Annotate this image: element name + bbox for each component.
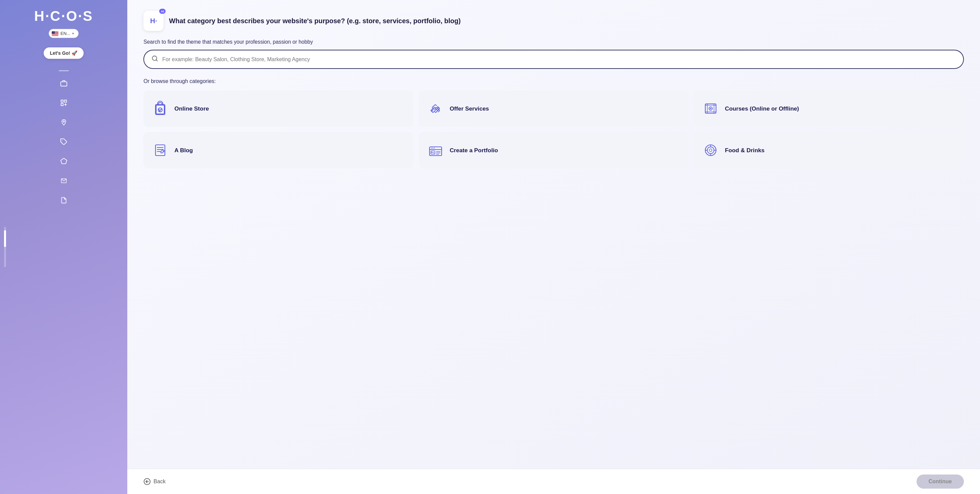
svg-point-15 bbox=[159, 109, 159, 110]
category-card-portfolio[interactable]: Create a Portfolio bbox=[419, 132, 689, 168]
ai-badge: AI bbox=[159, 9, 166, 14]
svg-rect-14 bbox=[156, 105, 164, 114]
back-button[interactable]: Back bbox=[143, 478, 165, 485]
app-logo: H·C·O·S bbox=[34, 8, 93, 24]
sidebar: H·C·O·S EN... ▾ Let's Go! 🚀 bbox=[0, 0, 127, 494]
flag-icon bbox=[52, 31, 59, 36]
back-arrow-icon bbox=[143, 478, 151, 485]
blog-label: A Blog bbox=[174, 147, 193, 154]
svg-line-11 bbox=[156, 60, 158, 61]
tag-icon[interactable] bbox=[58, 136, 70, 148]
food-icon bbox=[703, 142, 719, 158]
courses-icon bbox=[703, 100, 719, 116]
ai-question: What category best describes your websit… bbox=[169, 16, 460, 25]
briefcase-icon[interactable] bbox=[58, 77, 70, 89]
main-content: H· AI What category best describes your … bbox=[127, 0, 980, 494]
portfolio-label: Create a Portfolio bbox=[450, 147, 498, 154]
svg-point-34 bbox=[434, 148, 434, 148]
category-card-online-store[interactable]: Online Store bbox=[143, 91, 414, 127]
food-drinks-label: Food & Drinks bbox=[725, 147, 764, 154]
search-label: Search to find the theme that matches yo… bbox=[143, 39, 964, 45]
svg-rect-1 bbox=[61, 100, 63, 102]
diamond-icon[interactable] bbox=[58, 155, 70, 167]
svg-rect-2 bbox=[64, 100, 66, 102]
search-input[interactable] bbox=[162, 56, 956, 62]
svg-point-6 bbox=[63, 121, 64, 122]
offer-services-label: Offer Services bbox=[450, 105, 489, 112]
continue-button[interactable]: Continue bbox=[916, 475, 964, 489]
scroll-indicator bbox=[4, 227, 6, 267]
chevron-down-icon: ▾ bbox=[72, 32, 74, 35]
lets-go-label: Let's Go! 🚀 bbox=[50, 50, 77, 56]
sidebar-top: H·C·O·S EN... ▾ Let's Go! 🚀 bbox=[0, 6, 127, 206]
ai-logo-text: H· bbox=[150, 17, 157, 25]
svg-point-32 bbox=[431, 148, 432, 148]
location-icon[interactable] bbox=[58, 116, 70, 128]
content-area: H· AI What category best describes your … bbox=[127, 0, 980, 469]
svg-marker-19 bbox=[710, 108, 712, 110]
browse-label: Or browse through categories: bbox=[143, 78, 964, 84]
continue-label: Continue bbox=[929, 478, 952, 484]
language-selector[interactable]: EN... ▾ bbox=[49, 29, 79, 38]
mail-icon[interactable] bbox=[58, 175, 70, 187]
blog-icon bbox=[152, 142, 168, 158]
svg-rect-3 bbox=[61, 104, 63, 105]
ai-logo: H· AI bbox=[143, 11, 164, 31]
store-icon bbox=[152, 100, 168, 116]
lets-go-button[interactable]: Let's Go! 🚀 bbox=[44, 48, 83, 59]
category-card-offer-services[interactable]: Offer Services bbox=[419, 91, 689, 127]
ai-header: H· AI What category best describes your … bbox=[143, 11, 964, 31]
category-card-food-drinks[interactable]: Food & Drinks bbox=[694, 132, 964, 168]
svg-marker-8 bbox=[60, 158, 67, 164]
online-store-label: Online Store bbox=[174, 105, 209, 112]
courses-label: Courses (Online or Offline) bbox=[725, 105, 799, 112]
sidebar-nav bbox=[0, 77, 127, 206]
svg-point-33 bbox=[433, 148, 433, 148]
services-icon bbox=[428, 100, 444, 116]
bottom-bar: Back Continue bbox=[127, 469, 980, 494]
search-icon bbox=[151, 55, 158, 64]
svg-rect-12 bbox=[156, 105, 165, 115]
svg-point-28 bbox=[431, 151, 432, 152]
lang-label: EN... bbox=[60, 31, 70, 36]
svg-point-37 bbox=[709, 149, 712, 151]
category-card-blog[interactable]: A Blog bbox=[143, 132, 414, 168]
svg-point-36 bbox=[707, 147, 714, 154]
category-card-courses[interactable]: Courses (Online or Offline) bbox=[694, 91, 964, 127]
sidebar-divider bbox=[59, 70, 69, 71]
search-box bbox=[143, 50, 964, 69]
portfolio-icon bbox=[428, 142, 444, 158]
svg-rect-0 bbox=[60, 82, 67, 86]
document-icon[interactable] bbox=[58, 194, 70, 206]
add-grid-icon[interactable] bbox=[58, 97, 70, 109]
svg-point-16 bbox=[161, 109, 162, 110]
back-label: Back bbox=[153, 478, 165, 484]
category-grid: Online Store Offer Services bbox=[143, 91, 964, 168]
